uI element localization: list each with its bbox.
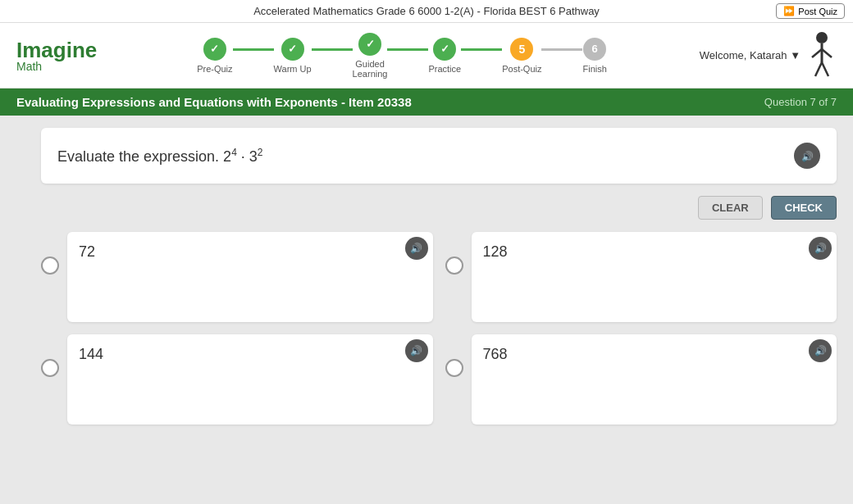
answer-card-c[interactable]: 144 [67, 334, 433, 425]
connector-3 [387, 48, 428, 51]
question-audio-button[interactable] [794, 143, 820, 169]
top-bar-title: Accelerated Mathematics Grade 6 6000 1-2… [253, 5, 600, 17]
radio-d[interactable] [445, 359, 463, 377]
answer-audio-d[interactable] [809, 339, 832, 362]
answer-option-c: 144 [41, 334, 433, 425]
avatar [807, 31, 837, 80]
answers-grid: 72 128 144 [41, 232, 837, 425]
main-content: Evaluate the expression. 24 · 32 CLEAR C… [0, 116, 853, 437]
action-row: CLEAR CHECK [41, 196, 837, 220]
nav-circle-finish: 6 [583, 38, 606, 61]
logo-subtitle: Math [16, 60, 115, 73]
svg-point-0 [816, 32, 828, 43]
exponent-2: 2 [258, 147, 263, 158]
nav-circle-guided: ✓ [358, 33, 381, 56]
connector-1 [233, 48, 274, 51]
nav-label-guided: GuidedLearning [353, 59, 388, 79]
svg-line-2 [812, 49, 822, 57]
user-section: Welcome, Katarah ▼ [689, 31, 837, 80]
nav-circle-post-quiz: 5 [510, 38, 533, 61]
connector-5 [541, 48, 582, 51]
radio-c[interactable] [41, 359, 59, 377]
radio-a[interactable] [41, 257, 59, 275]
nav-label-practice: Practice [428, 64, 461, 74]
question-card: Evaluate the expression. 24 · 32 [41, 128, 837, 184]
speaker-icon-b [814, 243, 827, 254]
nav-label-finish: Finish [582, 64, 606, 74]
nav-label-pre-quiz: Pre-Quiz [197, 64, 232, 74]
nav-step-pre-quiz: ✓ Pre-Quiz [197, 38, 232, 74]
speaker-icon-a [410, 243, 422, 254]
answer-card-b[interactable]: 128 [472, 232, 837, 322]
post-quiz-label: Post Quiz [798, 7, 837, 16]
clear-button[interactable]: CLEAR [698, 196, 763, 220]
nav-step-guided: ✓ GuidedLearning [353, 33, 388, 79]
answer-card-d[interactable]: 768 [472, 334, 837, 425]
check-button[interactable]: CHECK [771, 196, 837, 220]
nav-circle-warm-up: ✓ [281, 38, 304, 61]
answer-audio-a[interactable] [405, 237, 428, 260]
question-speaker-icon [801, 149, 814, 162]
question-text: Evaluate the expression. 24 · 32 [57, 147, 263, 166]
post-quiz-button[interactable]: ⏩ Post Quiz [776, 3, 845, 19]
question-number: Question 7 of 7 [764, 96, 837, 108]
answer-value-d: 768 [483, 346, 826, 363]
answer-audio-c[interactable] [405, 339, 428, 362]
nav-step-finish: 6 Finish [582, 38, 606, 74]
speaker-icon-d [814, 345, 827, 356]
answer-option-a: 72 [41, 232, 433, 322]
header: Imagine Math ✓ Pre-Quiz ✓ Warm Up ✓ Guid… [0, 23, 853, 89]
logo-section: Imagine Math [16, 38, 115, 73]
svg-line-3 [822, 49, 832, 57]
section-title: Evaluating Expressions and Equations wit… [16, 95, 412, 109]
nav-step-practice: ✓ Practice [428, 38, 461, 74]
top-bar: Accelerated Mathematics Grade 6 6000 1-2… [0, 0, 853, 23]
answer-option-d: 768 [445, 334, 837, 425]
connector-4 [461, 48, 502, 51]
answer-audio-b[interactable] [809, 237, 832, 260]
section-title-bar: Evaluating Expressions and Equations wit… [0, 89, 853, 116]
avatar-figure [807, 31, 837, 80]
welcome-text: Welcome, Katarah ▼ [700, 49, 801, 61]
radio-b[interactable] [445, 257, 463, 275]
nav-circle-pre-quiz: ✓ [203, 38, 226, 61]
dropdown-arrow[interactable]: ▼ [790, 49, 801, 61]
speaker-icon-c [410, 345, 422, 356]
answer-value-a: 72 [79, 243, 422, 261]
post-quiz-icon: ⏩ [783, 6, 795, 16]
exponent-1: 4 [231, 147, 237, 158]
answer-value-b: 128 [483, 243, 826, 261]
nav-circle-practice: ✓ [433, 38, 456, 61]
answer-card-a[interactable]: 72 [67, 232, 433, 322]
svg-line-4 [815, 62, 822, 76]
connector-2 [312, 48, 353, 51]
svg-line-5 [822, 62, 828, 76]
progress-nav: ✓ Pre-Quiz ✓ Warm Up ✓ GuidedLearning ✓ … [115, 33, 689, 79]
nav-label-warm-up: Warm Up [274, 64, 312, 74]
nav-step-post-quiz: 5 Post-Quiz [502, 38, 541, 74]
nav-label-post-quiz: Post-Quiz [502, 64, 541, 74]
nav-step-warm-up: ✓ Warm Up [274, 38, 312, 74]
answer-value-c: 144 [79, 346, 422, 363]
answer-option-b: 128 [445, 232, 837, 322]
